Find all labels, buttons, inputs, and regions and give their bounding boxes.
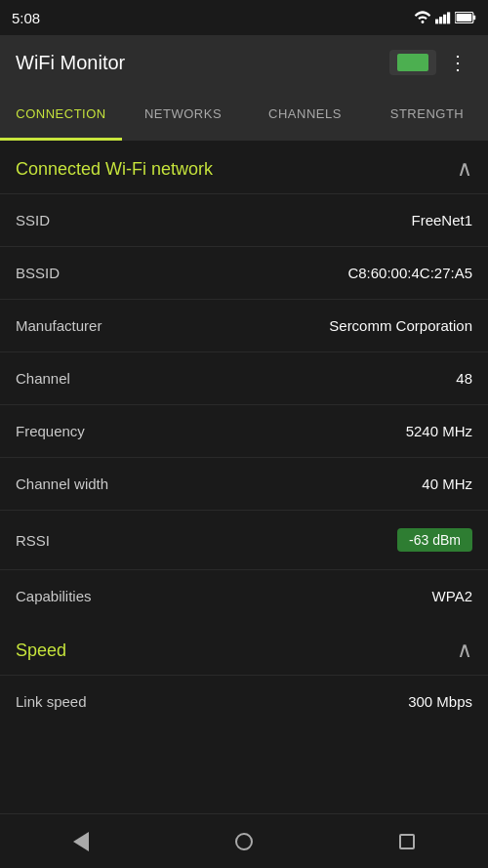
- connected-collapse-button[interactable]: ∧: [457, 156, 472, 182]
- speed-section-header: Speed ∧: [0, 622, 488, 675]
- rssi-row: RSSI -63 dBm: [0, 510, 488, 569]
- frequency-label: Frequency: [16, 423, 85, 439]
- home-button[interactable]: [235, 833, 253, 850]
- frequency-row: Frequency 5240 MHz: [0, 404, 488, 457]
- svg-rect-2: [443, 15, 446, 24]
- svg-rect-3: [447, 12, 450, 23]
- svg-rect-5: [473, 16, 475, 21]
- rssi-label: RSSI: [16, 532, 50, 549]
- status-bar: 5:08: [0, 0, 488, 35]
- svg-rect-0: [435, 20, 438, 24]
- back-button[interactable]: [73, 832, 89, 851]
- tab-strength[interactable]: STRENGTH: [366, 90, 488, 141]
- svg-rect-6: [457, 14, 472, 21]
- bssid-value: C8:60:00:4C:27:A5: [347, 265, 472, 281]
- signal-badge: [389, 50, 436, 75]
- tab-connection[interactable]: CONNECTION: [0, 90, 122, 141]
- battery-icon: [455, 12, 476, 23]
- manufacturer-value: Sercomm Corporation: [329, 317, 472, 334]
- status-icons: [414, 11, 476, 24]
- rssi-badge: -63 dBm: [397, 528, 472, 552]
- speed-section-title: Speed: [16, 641, 66, 661]
- channel-value: 48: [456, 370, 472, 387]
- connected-section-title: Connected Wi-Fi network: [16, 159, 213, 180]
- channel-width-row: Channel width 40 MHz: [0, 457, 488, 510]
- capabilities-label: Capabilities: [16, 588, 92, 604]
- channel-width-label: Channel width: [16, 475, 108, 492]
- bottom-nav: [0, 813, 488, 868]
- status-time: 5:08: [12, 10, 40, 26]
- capabilities-row: Capabilities WPA2: [0, 569, 488, 622]
- content-area: Connected Wi-Fi network ∧ SSID FreeNet1 …: [0, 141, 488, 813]
- link-speed-label: Link speed: [16, 693, 87, 710]
- menu-button[interactable]: ⋮: [444, 47, 472, 78]
- app-title: WiFi Monitor: [16, 52, 125, 74]
- speed-collapse-button[interactable]: ∧: [457, 638, 472, 663]
- ssid-row: SSID FreeNet1: [0, 193, 488, 246]
- connected-section-header: Connected Wi-Fi network ∧: [0, 141, 488, 193]
- recents-button[interactable]: [399, 834, 415, 849]
- manufacturer-row: Manufacturer Sercomm Corporation: [0, 299, 488, 351]
- wifi-icon: [414, 11, 431, 24]
- bssid-row: BSSID C8:60:00:4C:27:A5: [0, 246, 488, 299]
- tab-bar: CONNECTION NETWORKS CHANNELS STRENGTH: [0, 90, 488, 141]
- channel-row: Channel 48: [0, 351, 488, 404]
- channel-width-value: 40 MHz: [422, 475, 472, 492]
- ssid-label: SSID: [16, 212, 50, 228]
- app-bar: WiFi Monitor ⋮: [0, 35, 488, 90]
- bssid-label: BSSID: [16, 265, 60, 281]
- signal-icon: [435, 11, 451, 24]
- tab-channels[interactable]: CHANNELS: [244, 90, 366, 141]
- channel-label: Channel: [16, 370, 70, 387]
- app-bar-actions: ⋮: [389, 47, 472, 78]
- signal-indicator: [397, 54, 428, 71]
- manufacturer-label: Manufacturer: [16, 317, 102, 334]
- capabilities-value: WPA2: [432, 588, 472, 604]
- link-speed-value: 300 Mbps: [408, 693, 472, 710]
- svg-rect-1: [439, 17, 442, 23]
- ssid-value: FreeNet1: [411, 212, 472, 228]
- frequency-value: 5240 MHz: [406, 423, 472, 439]
- link-speed-row: Link speed 300 Mbps: [0, 675, 488, 727]
- tab-networks[interactable]: NETWORKS: [122, 90, 244, 141]
